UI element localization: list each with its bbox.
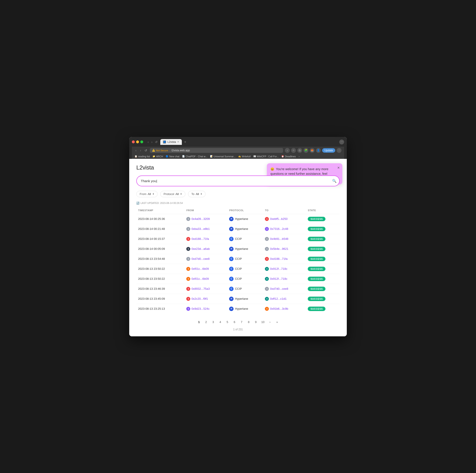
bookmark-arch[interactable]: 📁 ARCH xyxy=(153,155,163,158)
table-row[interactable]: 2023-08-14 00:25:36●0x4a09...3209HHyperl… xyxy=(136,214,340,224)
refresh-btn-2[interactable]: ↺ xyxy=(144,148,148,153)
bookmark-chatpdf[interactable]: 📄 ChatPDF - Chat w... xyxy=(182,155,207,158)
from-address-link[interactable]: ●0xba33...e8b1 xyxy=(186,227,226,231)
protocol-filter[interactable]: Protocol All ⬍ xyxy=(160,191,185,197)
to-address-link[interactable]: ●0x91b6...3c9b xyxy=(265,307,304,311)
popup-close-btn[interactable]: × xyxy=(337,165,340,170)
bookmark-btn[interactable]: ☆ xyxy=(291,148,296,153)
bookmark-new-chat[interactable]: 🔵 New chat xyxy=(166,155,179,158)
refresh-btn[interactable]: ↺ xyxy=(154,140,158,144)
cell-timestamp: 2023-08-13 23:54:48 xyxy=(136,254,185,264)
table-row[interactable]: 2023-08-14 00:21:48●0xba33...e8b1HHyperl… xyxy=(136,224,340,234)
share-btn[interactable]: ↑ xyxy=(285,148,290,153)
to-address-link[interactable]: ●0x5b4e...9621 xyxy=(265,247,304,251)
search-btn[interactable]: 🔍 xyxy=(332,179,337,183)
page-btn-4[interactable]: 4 xyxy=(217,319,223,325)
bookmark-deadlines[interactable]: ⏰ Deadlines xyxy=(281,155,296,158)
page-btn-2[interactable]: 2 xyxy=(203,319,209,325)
ext3-btn[interactable]: 🦊 xyxy=(310,148,315,153)
new-tab-btn[interactable]: + xyxy=(183,140,187,145)
page-btn-3[interactable]: 3 xyxy=(210,319,216,325)
protocol-icon: C xyxy=(229,267,234,271)
from-chain-icon: ● xyxy=(186,227,190,231)
from-address-link[interactable]: ●0x2c20...f9f1 xyxy=(186,297,226,301)
protocol-icon: H xyxy=(229,247,234,251)
table-row[interactable]: 2023-08-13 23:25:13●0x9d23...524cHHyperl… xyxy=(136,304,340,314)
table-row[interactable]: 2023-08-13 23:54:48●0xd7d0...cee8CCCIP●0… xyxy=(136,254,340,264)
bookmark-icon-wikicfp: 📰 xyxy=(253,155,256,158)
profile-btn[interactable]: 👤 xyxy=(316,148,321,153)
table-row[interactable]: 2023-08-13 23:46:39●0x8932...75a3CCCIP●0… xyxy=(136,284,340,294)
from-address-link[interactable]: ●0xf01c...6b09 xyxy=(186,277,226,281)
protocol-name: Hyperlane xyxy=(235,307,248,310)
search-input[interactable] xyxy=(136,176,340,186)
to-address-link[interactable]: ●0xff12...c1d1 xyxy=(265,297,304,301)
page-next-btn[interactable]: › xyxy=(267,319,273,325)
update-btn[interactable]: Update xyxy=(322,148,335,153)
table-row[interactable]: 2023-08-14 00:05:09●0xe23d...a6abHHyperl… xyxy=(136,244,340,254)
cell-protocol: CCCIP xyxy=(227,284,263,294)
browser-menu-btn[interactable]: ⋮ xyxy=(337,148,341,153)
state-badge: SUCCESS xyxy=(308,247,325,251)
to-filter[interactable]: To All ⬍ xyxy=(188,191,205,197)
forward-btn[interactable]: › xyxy=(151,140,153,144)
protocol-name: CCIP xyxy=(235,277,242,280)
protocol-filter-label: Protocol xyxy=(164,192,174,196)
forward-btn-2[interactable]: › xyxy=(139,148,142,153)
to-address-link[interactable]: ●0xebf5...b250 xyxy=(265,217,304,221)
table-row[interactable]: 2023-08-13 23:50:22●0xf01c...6b09CCCIP●0… xyxy=(136,274,340,284)
bookmark-writefull[interactable]: ✍️ Writefull xyxy=(238,155,251,158)
active-tab[interactable]: 🔵 L2vista ✕ xyxy=(160,139,182,145)
to-address-link[interactable]: ●0x912f...718c xyxy=(265,267,304,271)
page-last-btn[interactable]: » xyxy=(274,319,280,325)
to-address-link[interactable]: ●0x7316...2c48 xyxy=(265,227,304,231)
from-filter[interactable]: From All ⬍ xyxy=(136,191,158,197)
from-address-link[interactable]: ●0xf01c...6b09 xyxy=(186,267,226,271)
more-options-btn[interactable]: ⋯ xyxy=(339,140,344,145)
from-address-link[interactable]: ●0x4a09...3209 xyxy=(186,217,226,221)
protocol-name: CCIP xyxy=(235,237,242,241)
minimize-window-btn[interactable] xyxy=(136,140,139,143)
bookmark-reading-list[interactable]: 📋 reading list xyxy=(135,155,150,158)
page-btn-5[interactable]: 5 xyxy=(224,319,230,325)
from-address-link[interactable]: ●0x9d23...524c xyxy=(186,307,226,311)
page-btn-1[interactable]: 1 xyxy=(196,319,202,325)
from-filter-label: From xyxy=(140,192,146,196)
page-btn-6[interactable]: 6 xyxy=(231,319,238,325)
page-btn-8[interactable]: 8 xyxy=(246,319,252,325)
page-btn-9[interactable]: 9 xyxy=(253,319,259,325)
cell-from: ●0xf01c...6b09 xyxy=(185,264,227,274)
state-badge: SUCCESS xyxy=(308,227,325,231)
col-from: FROM xyxy=(185,208,227,214)
from-address-link[interactable]: ●0xd7d0...cee8 xyxy=(186,257,226,261)
cell-to: ●0x912f...718c xyxy=(263,274,306,284)
cell-from: ●0xf01c...6b09 xyxy=(185,274,227,284)
cell-timestamp: 2023-08-13 23:45:09 xyxy=(136,294,185,304)
to-address-link[interactable]: ●0xd7d0...cee8 xyxy=(265,287,304,291)
from-address-link[interactable]: ●0x8932...75a3 xyxy=(186,287,226,291)
to-address-link[interactable]: ●0x4b91...b548 xyxy=(265,237,304,241)
bookmark-universal[interactable]: 📝 Universal Summar... xyxy=(210,155,236,158)
to-address-link[interactable]: ●0xd188...71fa xyxy=(265,257,304,261)
page-btn-7[interactable]: 7 xyxy=(238,319,245,325)
extensions-btn[interactable]: G xyxy=(297,148,302,153)
table-row[interactable]: 2023-08-14 00:15:37●0xd188...71faCCCIP●0… xyxy=(136,234,340,244)
back-btn-2[interactable]: ‹ xyxy=(135,148,137,153)
maximize-window-btn[interactable] xyxy=(140,140,143,143)
back-btn[interactable]: ‹ xyxy=(147,140,150,144)
ext2-btn[interactable]: 🧩 xyxy=(304,148,308,153)
from-address-link[interactable]: ●0xe23d...a6ab xyxy=(186,247,226,251)
table-row[interactable]: 2023-08-13 23:45:09●0x2c20...f9f1HHyperl… xyxy=(136,294,340,304)
to-address-link[interactable]: ●0x912f...718c xyxy=(265,277,304,281)
protocol-name: CCIP xyxy=(235,287,242,290)
close-window-btn[interactable] xyxy=(132,140,135,143)
tab-close-btn[interactable]: ✕ xyxy=(177,140,179,143)
browser-actions: ↑ ☆ G 🧩 🦊 👤 Update ⋮ xyxy=(285,148,341,153)
bookmark-wikicfp[interactable]: 📰 WikiCFP : Call For... xyxy=(253,155,279,158)
table-row[interactable]: 2023-08-13 23:50:22●0xf01c...6b09CCCIP●0… xyxy=(136,264,340,274)
address-bar[interactable]: ⚠️ Not Secure | l2vista.web.app xyxy=(150,148,283,153)
page-btn-10[interactable]: 10 xyxy=(260,319,266,325)
cell-to: ●0x4b91...b548 xyxy=(263,234,306,244)
from-address-link[interactable]: ●0xd188...71fa xyxy=(186,237,226,241)
cell-timestamp: 2023-08-14 00:25:36 xyxy=(136,214,185,224)
